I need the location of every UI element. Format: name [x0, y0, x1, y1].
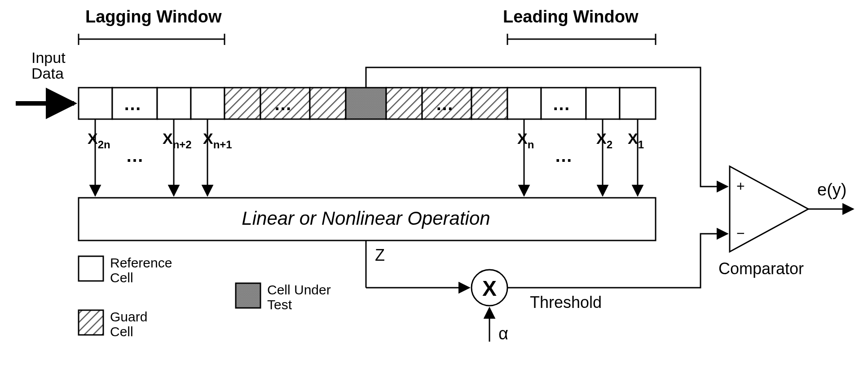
- input-data-label-1: Input: [31, 49, 66, 66]
- legend-cut-2: Test: [267, 297, 292, 312]
- dots-lead-between: …: [555, 146, 573, 165]
- dots-lag-cells: …: [123, 94, 141, 114]
- leading-window-label: Leading Window: [503, 7, 639, 26]
- tap-xn1-sub: n+1: [213, 138, 232, 151]
- multiplier-x: X: [482, 276, 497, 300]
- alpha-label: α: [498, 324, 508, 343]
- tap-xn-sub: n: [528, 138, 534, 151]
- comparator: + −: [730, 166, 808, 252]
- svg-rect-20: [471, 88, 507, 119]
- tap-xn1: X: [203, 130, 213, 147]
- svg-rect-13: [157, 88, 191, 119]
- comparator-plus: +: [736, 178, 745, 194]
- svg-text:X2: X2: [596, 130, 612, 151]
- cfar-diagram: Lagging Window Leading Window Input Data…: [0, 0, 868, 374]
- tap-x2n-sub: 2n: [98, 138, 110, 151]
- leading-window-bracket: [507, 34, 656, 45]
- legend-cut-1: Cell Under: [267, 282, 331, 297]
- tap-x1: X: [628, 130, 638, 147]
- threshold-path: [507, 234, 727, 288]
- tap-x2-sub: 2: [607, 138, 612, 151]
- output-label: e(y): [817, 180, 846, 199]
- svg-rect-23: [586, 88, 620, 119]
- legend-guard-1: Guard: [110, 309, 147, 324]
- tap-x2: X: [596, 130, 607, 147]
- svg-rect-14: [191, 88, 225, 119]
- svg-rect-37: [79, 256, 103, 281]
- input-data-label-2: Data: [31, 65, 64, 82]
- threshold-label: Threshold: [530, 293, 602, 312]
- dots-guard-right: …: [436, 94, 454, 114]
- comparator-label: Comparator: [718, 259, 804, 278]
- svg-rect-15: [225, 88, 260, 119]
- dots-guard-left: …: [274, 94, 292, 114]
- svg-text:X1: X1: [628, 130, 644, 151]
- svg-rect-39: [236, 283, 260, 308]
- cell-row: … … … …: [79, 88, 656, 119]
- dots-lag-between: …: [126, 146, 144, 165]
- lagging-window-label: Lagging Window: [85, 7, 222, 26]
- svg-text:X2n: X2n: [88, 130, 110, 151]
- tap-x1-sub: 1: [638, 138, 644, 151]
- operation-label: Linear or Nonlinear Operation: [242, 208, 490, 229]
- cell-under-test: [346, 88, 386, 119]
- tap-arrows: X2n … Xn+2 Xn+1 Xn … X2 X1: [88, 119, 644, 196]
- legend: Reference Cell Guard Cell Cell Under Tes…: [79, 255, 331, 339]
- cut-to-comparator: [366, 67, 727, 187]
- tap-xn2: X: [163, 130, 173, 147]
- svg-rect-11: [79, 88, 112, 119]
- tap-x2n: X: [88, 130, 98, 147]
- svg-rect-18: [386, 88, 422, 119]
- z-label: Z: [375, 246, 385, 264]
- svg-rect-21: [507, 88, 541, 119]
- svg-text:Xn+2: Xn+2: [163, 130, 192, 151]
- comparator-minus: −: [736, 225, 745, 241]
- svg-rect-24: [620, 88, 656, 119]
- svg-rect-17: [310, 88, 346, 119]
- legend-reference-2: Cell: [110, 270, 133, 285]
- svg-text:Xn: Xn: [517, 130, 534, 151]
- legend-reference-1: Reference: [110, 255, 172, 270]
- legend-guard-2: Cell: [110, 324, 133, 339]
- tap-xn: X: [517, 130, 528, 147]
- lagging-window-bracket: [79, 34, 225, 45]
- tap-xn2-sub: n+2: [173, 138, 192, 151]
- svg-rect-38: [79, 310, 103, 335]
- dots-lead-cells: …: [552, 94, 570, 114]
